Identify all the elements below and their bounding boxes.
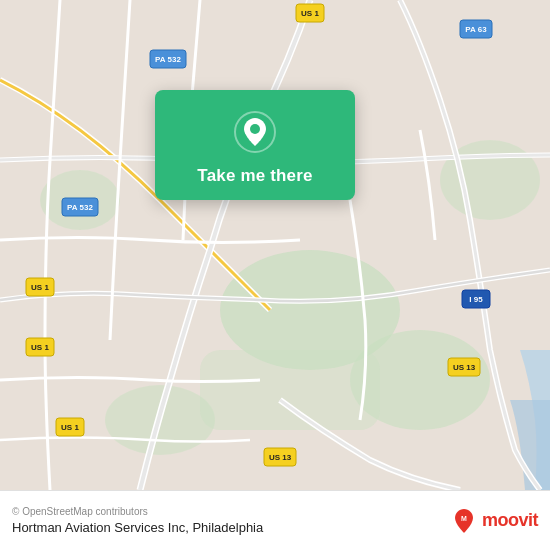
location-pin-icon xyxy=(231,108,279,156)
map-container: US 1 PA 532 PA 532 PA 63 US 1 US 1 US 1 … xyxy=(0,0,550,490)
svg-text:US 13: US 13 xyxy=(269,453,292,462)
footer: © OpenStreetMap contributors Hortman Avi… xyxy=(0,490,550,550)
osm-credit: © OpenStreetMap contributors xyxy=(12,506,263,517)
take-me-there-button-label: Take me there xyxy=(197,166,312,186)
svg-text:I 95: I 95 xyxy=(469,295,483,304)
svg-text:US 1: US 1 xyxy=(31,283,49,292)
svg-text:PA 63: PA 63 xyxy=(465,25,487,34)
footer-title: Hortman Aviation Services Inc, Philadelp… xyxy=(12,520,263,535)
moovit-logo[interactable]: M moovit xyxy=(450,507,538,535)
svg-text:PA 532: PA 532 xyxy=(155,55,181,64)
svg-text:M: M xyxy=(461,515,467,522)
footer-left: © OpenStreetMap contributors Hortman Avi… xyxy=(12,506,263,535)
svg-text:US 1: US 1 xyxy=(301,9,319,18)
svg-point-28 xyxy=(250,124,260,134)
moovit-text: moovit xyxy=(482,510,538,531)
svg-text:US 13: US 13 xyxy=(453,363,476,372)
moovit-icon: M xyxy=(450,507,478,535)
svg-text:PA 532: PA 532 xyxy=(67,203,93,212)
svg-text:US 1: US 1 xyxy=(31,343,49,352)
svg-text:US 1: US 1 xyxy=(61,423,79,432)
take-me-there-card[interactable]: Take me there xyxy=(155,90,355,200)
svg-rect-6 xyxy=(200,350,380,430)
